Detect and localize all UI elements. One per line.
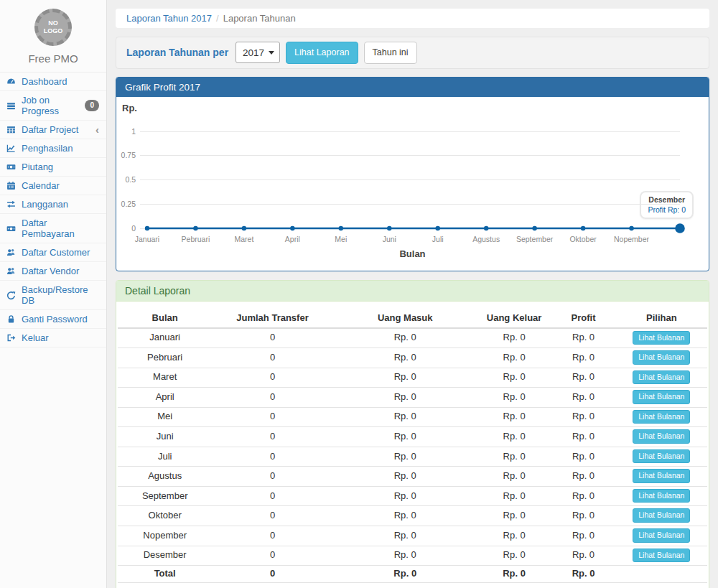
sidebar-item-calendar[interactable]: Calendar [0, 177, 106, 195]
chart-point-mei[interactable] [339, 225, 343, 230]
chevron-left-icon: ‹ [95, 126, 99, 134]
chart-point-desember[interactable] [675, 223, 685, 233]
cell-profit: Rp. 0 [551, 407, 615, 427]
money-icon [6, 224, 17, 233]
column-header: Jumlah Transfer [212, 308, 332, 328]
cell-bulan: Juni [118, 427, 212, 447]
cell-pilihan: Lihat Bulanan [616, 546, 707, 566]
sidebar-item-ganti-password[interactable]: Ganti Password [0, 310, 106, 329]
cell-uang-masuk: Rp. 0 [333, 388, 477, 408]
chart-point-juni[interactable] [387, 225, 391, 230]
detail-laporan-body: BulanJumlah TransferUang MasukUang Kelua… [116, 302, 709, 588]
chart-point-juli[interactable] [436, 225, 440, 230]
sidebar-item-daftar-project[interactable]: Daftar Project‹ [0, 121, 106, 139]
table-total-row: Total0Rp. 0Rp. 0Rp. 0 [118, 566, 707, 583]
sidebar-item-label: Backup/Restore DB [22, 284, 99, 306]
lihat-bulanan-button[interactable]: Lihat Bulanan [633, 350, 690, 365]
cell-jumlah-transfer: 0 [212, 427, 332, 447]
chart-y-axis-label: Rp. [122, 103, 137, 113]
lihat-bulanan-button[interactable]: Lihat Bulanan [633, 489, 690, 503]
table-row: Agustus0Rp. 0Rp. 0Rp. 0Lihat Bulanan [118, 467, 707, 487]
chart-panel: Grafik Profit 2017 Rp. Bulan Desember Pr… [116, 77, 709, 271]
cell-profit: Rp. 0 [551, 467, 615, 487]
sidebar-item-daftar-customer[interactable]: Daftar Customer [0, 243, 106, 262]
lihat-laporan-button[interactable]: Lihat Laporan [286, 42, 358, 64]
sidebar-item-daftar-vendor[interactable]: Daftar Vendor [0, 262, 106, 281]
cell-profit: Rp. 0 [551, 566, 615, 583]
sidebar-item-penghasilan[interactable]: Penghasilan [0, 139, 106, 158]
sidebar-item-label: Calendar [22, 180, 60, 191]
cell-profit: Rp. 0 [551, 368, 615, 388]
lihat-bulanan-button[interactable]: Lihat Bulanan [633, 508, 690, 523]
users-icon [6, 266, 17, 276]
brand-box: NO LOGO Free PMO [0, 0, 106, 72]
chart-body: Rp. Bulan Desember Profit Rp: 0 00.250.5… [116, 97, 709, 271]
sidebar-item-label: Daftar Project [22, 124, 78, 135]
lihat-bulanan-button[interactable]: Lihat Bulanan [633, 549, 690, 563]
cell-pilihan: Lihat Bulanan [616, 427, 707, 447]
cell-uang-keluar: Rp. 0 [477, 348, 551, 368]
sidebar-item-job-on-progress[interactable]: Job on Progress0 [0, 91, 106, 121]
detail-laporan-panel: Detail Laporan BulanJumlah TransferUang … [116, 280, 709, 588]
cell-jumlah-transfer: 0 [212, 506, 332, 526]
cell-uang-keluar: Rp. 0 [477, 447, 551, 467]
breadcrumb-link-laporan-tahun[interactable]: Laporan Tahun 2017 [126, 13, 212, 24]
chart-point-pebruari[interactable] [193, 225, 197, 230]
chart-point-agustus[interactable] [484, 225, 488, 230]
chart-point-nopember[interactable] [629, 225, 633, 230]
sidebar-item-langganan[interactable]: Langganan [0, 195, 106, 214]
breadcrumb-active: Laporan Tahunan [223, 13, 296, 24]
year-select[interactable]: 2017 [236, 42, 280, 63]
lihat-bulanan-button[interactable]: Lihat Bulanan [633, 469, 690, 483]
cell-uang-masuk: Rp. 0 [333, 368, 477, 388]
money-icon [6, 162, 17, 172]
cell-profit: Rp. 0 [551, 388, 615, 408]
lihat-bulanan-button[interactable]: Lihat Bulanan [633, 410, 690, 424]
cell-bulan: Nopember [118, 526, 212, 546]
cell-uang-keluar: Rp. 0 [477, 566, 551, 583]
sidebar-item-dashboard[interactable]: Dashboard [0, 73, 106, 91]
lihat-bulanan-button[interactable]: Lihat Bulanan [633, 449, 690, 464]
x-axis-tick: Nopember [600, 235, 664, 243]
sidebar-item-label: Daftar Customer [22, 247, 90, 258]
chart-point-april[interactable] [290, 225, 294, 230]
cell-pilihan: Lihat Bulanan [616, 348, 707, 368]
cell-uang-masuk: Rp. 0 [333, 447, 477, 467]
lock-icon [6, 314, 17, 324]
table-row: Oktober0Rp. 0Rp. 0Rp. 0Lihat Bulanan [118, 506, 707, 526]
cell-jumlah-transfer: 0 [212, 348, 332, 368]
sidebar-item-daftar-pembayaran[interactable]: Daftar Pembayaran [0, 214, 106, 243]
lihat-bulanan-button[interactable]: Lihat Bulanan [633, 528, 690, 543]
sidebar-item-label: Daftar Vendor [22, 266, 79, 276]
cell-bulan: Pebruari [118, 348, 212, 368]
tahun-ini-button[interactable]: Tahun ini [364, 42, 417, 64]
chart-x-axis-label: Bulan [116, 248, 709, 259]
sidebar-menu: DashboardJob on Progress0Daftar Project‹… [0, 72, 106, 347]
breadcrumb: Laporan Tahun 2017/Laporan Tahunan [116, 9, 709, 28]
chart-point-maret[interactable] [242, 225, 246, 230]
sidebar-item-keluar[interactable]: Keluar [0, 329, 106, 347]
chart-point-september[interactable] [532, 225, 536, 230]
cell-bulan: Agustus [118, 467, 212, 487]
cell-uang-keluar: Rp. 0 [477, 328, 551, 348]
chart-point-oktober[interactable] [581, 225, 585, 230]
cell-uang-masuk: Rp. 0 [333, 427, 477, 447]
cell-uang-keluar: Rp. 0 [477, 427, 551, 447]
sidebar-item-backup-restore-db[interactable]: Backup/Restore DB [0, 281, 106, 310]
cell-uang-masuk: Rp. 0 [333, 486, 477, 506]
cell-bulan: Januari [118, 328, 212, 348]
column-header: Pilihan [616, 308, 707, 328]
column-header: Uang Masuk [333, 308, 477, 328]
lihat-bulanan-button[interactable]: Lihat Bulanan [633, 429, 690, 444]
lihat-bulanan-button[interactable]: Lihat Bulanan [633, 331, 690, 345]
chart-point-januari[interactable] [145, 225, 149, 230]
lihat-bulanan-button[interactable]: Lihat Bulanan [633, 370, 690, 385]
cell-uang-masuk: Rp. 0 [333, 348, 477, 368]
table-row: Desember0Rp. 0Rp. 0Rp. 0Lihat Bulanan [118, 546, 707, 566]
cell-uang-keluar: Rp. 0 [477, 526, 551, 546]
cell-pilihan: Lihat Bulanan [616, 407, 707, 427]
lihat-bulanan-button[interactable]: Lihat Bulanan [633, 390, 690, 404]
sidebar-item-piutang[interactable]: Piutang [0, 158, 106, 177]
cell-uang-masuk: Rp. 0 [333, 328, 477, 348]
sidebar-item-label: Ganti Password [22, 314, 88, 325]
